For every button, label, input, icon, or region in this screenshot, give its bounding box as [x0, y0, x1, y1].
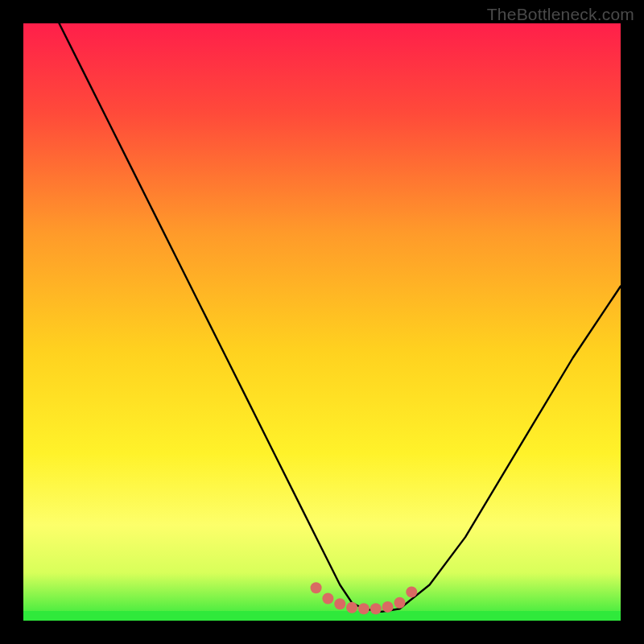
- marker-dot: [334, 598, 345, 609]
- green-baseline: [23, 611, 621, 621]
- marker-dot: [394, 597, 406, 609]
- plot-area: [23, 23, 621, 621]
- marker-dot: [358, 603, 369, 614]
- marker-dot: [346, 602, 357, 613]
- watermark-text: TheBottleneck.com: [487, 5, 634, 24]
- marker-dot: [406, 586, 417, 597]
- marker-dot: [370, 603, 382, 614]
- marker-dot: [311, 582, 322, 593]
- marker-dot: [382, 601, 394, 613]
- chart-stage: TheBottleneck.com: [0, 0, 644, 644]
- marker-dot: [322, 593, 333, 605]
- plot-svg: [23, 23, 621, 621]
- gradient-background: [23, 23, 621, 621]
